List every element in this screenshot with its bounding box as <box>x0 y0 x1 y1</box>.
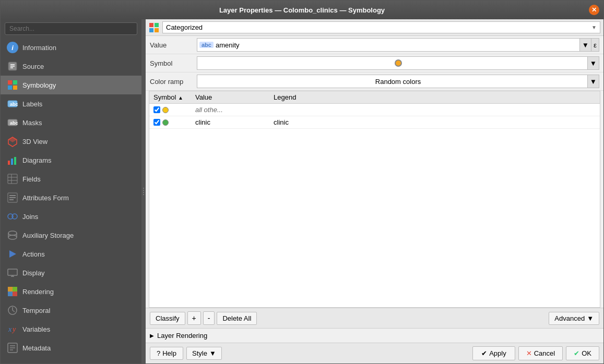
close-button[interactable]: ✕ <box>589 5 599 15</box>
sidebar: i Information Source <box>1 19 141 363</box>
value-field: amenity <box>216 41 579 49</box>
row1-checkbox[interactable] <box>153 106 160 113</box>
3dview-icon <box>7 136 18 147</box>
symbology-type-row: Categorized ▼ <box>146 19 603 36</box>
color-ramp-label: Color ramp <box>150 78 197 86</box>
style-button[interactable]: Style ▼ <box>186 347 222 360</box>
svg-line-41 <box>13 310 15 312</box>
cancel-button[interactable]: ✕ Cancel <box>518 346 563 360</box>
masks-icon: abc <box>7 117 18 128</box>
splitter-dots <box>143 188 144 195</box>
search-input[interactable] <box>5 22 137 35</box>
sidebar-item-label: Labels <box>22 100 42 108</box>
symbology-toolbar: Classify + - Delete All Advanced ▼ <box>146 308 603 328</box>
actions-icon <box>7 248 18 260</box>
svg-rect-38 <box>13 292 17 296</box>
svg-rect-17 <box>8 174 17 184</box>
svg-rect-48 <box>149 23 153 27</box>
sidebar-item-labels[interactable]: abc Labels <box>1 94 141 113</box>
fields-icon <box>7 173 18 185</box>
svg-rect-22 <box>9 195 16 196</box>
metadata-icon <box>7 342 18 354</box>
temporal-icon <box>7 305 18 316</box>
add-button[interactable]: + <box>187 311 201 325</box>
apply-checkmark-icon: ✔ <box>481 349 487 357</box>
sidebar-item-label: Auxiliary Storage <box>22 232 74 239</box>
sidebar-item-masks[interactable]: abc Masks <box>1 113 141 132</box>
layer-rendering-row[interactable]: ▶ Layer Rendering <box>146 328 603 343</box>
svg-rect-5 <box>13 80 17 84</box>
value-dropdown-btn[interactable]: ▼ <box>579 39 591 51</box>
labels-icon: abc <box>7 98 18 110</box>
sidebar-item-auxiliary-storage[interactable]: Auxiliary Storage <box>1 226 141 245</box>
color-ramp-control[interactable]: Random colors ▼ <box>197 75 599 88</box>
symbology-type-combo[interactable]: Categorized ▼ <box>162 21 600 33</box>
symbology-type-value: Categorized <box>166 23 203 31</box>
sidebar-item-label: Joins <box>22 213 38 221</box>
categorized-type-icon <box>149 22 159 33</box>
color-ramp-value: Random colors <box>200 78 596 86</box>
bottom-buttons: ? Help Style ▼ ✔ Apply ✕ Cancel ✔ OK <box>146 343 603 363</box>
symbol-row: Symbol ▼ <box>146 54 603 72</box>
joins-icon <box>7 211 18 222</box>
sidebar-item-information[interactable]: i Information <box>1 38 141 57</box>
sidebar-item-temporal[interactable]: Temporal <box>1 301 141 320</box>
svg-rect-15 <box>11 159 13 165</box>
classify-button[interactable]: Classify <box>150 312 185 325</box>
table-row: clinic clinic <box>149 116 600 129</box>
table-row: all othe... <box>149 104 600 116</box>
symbol-preview[interactable]: ▼ <box>197 56 599 70</box>
auxiliary-icon <box>7 229 18 241</box>
svg-rect-16 <box>14 157 16 165</box>
style-dropdown-icon: ▼ <box>209 349 216 357</box>
sidebar-item-3dview[interactable]: 3D View <box>1 132 141 151</box>
svg-text:abc: abc <box>10 102 18 107</box>
svg-point-30 <box>8 235 17 239</box>
delete-all-button[interactable]: Delete All <box>217 312 257 325</box>
sidebar-item-label: Rendering <box>22 288 54 296</box>
color-ramp-dropdown-btn[interactable]: ▼ <box>587 75 599 88</box>
help-button[interactable]: ? Help <box>150 347 183 360</box>
svg-rect-35 <box>8 287 13 292</box>
combo-arrow-icon: ▼ <box>591 25 597 30</box>
svg-rect-36 <box>13 287 17 292</box>
sidebar-item-label: Masks <box>22 119 42 127</box>
value-label: Value <box>150 41 197 49</box>
sidebar-item-metadata[interactable]: Metadata <box>1 338 141 357</box>
sidebar-item-label: Diagrams <box>22 156 52 164</box>
titlebar: Layer Properties — Colombo_clinics — Sym… <box>1 1 603 19</box>
sidebar-item-rendering[interactable]: Rendering <box>1 282 141 301</box>
sidebar-splitter[interactable] <box>141 19 146 363</box>
remove-button[interactable]: - <box>203 311 215 325</box>
svg-marker-13 <box>8 137 17 142</box>
sidebar-item-joins[interactable]: Joins <box>1 207 141 226</box>
symbol-dropdown-btn[interactable]: ▼ <box>587 57 599 69</box>
sidebar-item-variables[interactable]: x y Variables <box>1 320 141 338</box>
apply-button[interactable]: ✔ Apply <box>472 346 515 360</box>
sidebar-item-label: Display <box>22 269 45 277</box>
search-bar <box>1 19 141 38</box>
row2-checkbox[interactable] <box>153 119 160 126</box>
sidebar-item-symbology[interactable]: Symbology <box>1 76 141 94</box>
svg-text:x: x <box>8 325 12 333</box>
advanced-button[interactable]: Advanced ▼ <box>549 312 599 325</box>
svg-rect-14 <box>8 161 10 165</box>
row1-value: all othe... <box>195 106 223 114</box>
sidebar-item-fields[interactable]: Fields <box>1 169 141 188</box>
sidebar-item-diagrams[interactable]: Diagrams <box>1 151 141 169</box>
value-expression-btn[interactable]: ε <box>591 39 599 51</box>
variables-icon: x y <box>7 323 18 335</box>
sidebar-item-label: Source <box>22 63 44 70</box>
svg-rect-50 <box>149 28 153 32</box>
sidebar-item-attributes-form[interactable]: Attributes Form <box>1 188 141 207</box>
svg-rect-37 <box>8 292 13 296</box>
col-value: Value <box>191 91 269 104</box>
sidebar-item-display[interactable]: Display <box>1 263 141 282</box>
sidebar-item-source[interactable]: Source <box>1 57 141 76</box>
help-icon: ? <box>157 349 160 357</box>
row2-legend: clinic <box>274 118 289 126</box>
sidebar-item-actions[interactable]: Actions <box>1 245 141 263</box>
sidebar-item-label: 3D View <box>22 138 48 145</box>
value-row: Value abc amenity ▼ ε <box>146 36 603 54</box>
ok-button[interactable]: ✔ OK <box>566 346 599 360</box>
